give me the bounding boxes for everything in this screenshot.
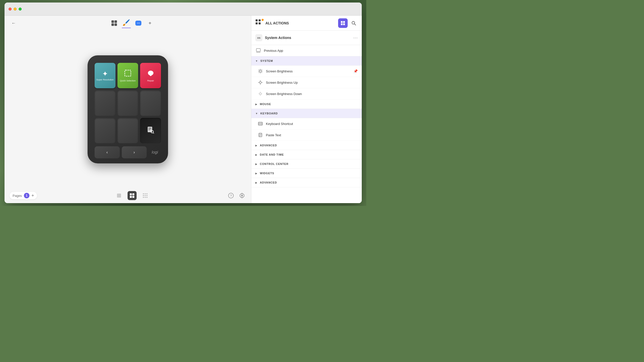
screen-brightness-up-item[interactable]: Screen Brightness Up xyxy=(251,77,362,88)
section-advanced2-header[interactable]: ▶ ADVANCED xyxy=(251,178,362,187)
device-area: ✦ Super Resolution Quick Selection xyxy=(5,31,251,188)
grid-icon-container xyxy=(255,19,263,27)
apps-grid-icon xyxy=(255,19,261,25)
quick-selection-button[interactable]: Quick Selection xyxy=(117,63,138,88)
datetime-chevron-icon: ▶ xyxy=(255,153,257,156)
nav-row: ‹ › logi xyxy=(95,146,161,158)
right-controls: ? xyxy=(227,192,246,200)
next-button[interactable]: › xyxy=(122,146,147,158)
empty-button-5[interactable] xyxy=(117,118,138,143)
button-grid: ✦ Super Resolution Quick Selection xyxy=(95,63,161,143)
right-panel: ALL ACTIONS xyxy=(251,16,362,203)
section-system-header[interactable]: ▼ SYSTEM xyxy=(251,56,362,66)
screen-brightness-up-icon xyxy=(257,79,263,85)
active-indicator xyxy=(122,28,131,28)
widgets-section-title: WIDGETS xyxy=(260,172,274,175)
super-resolution-button[interactable]: ✦ Super Resolution xyxy=(95,63,115,88)
system-actions-more-button[interactable]: ⋯ xyxy=(353,35,358,40)
screen-brightness-down-icon xyxy=(257,91,263,97)
keyboard-shortcut-item[interactable]: Keyboard Shortcut xyxy=(251,118,362,129)
settings-button[interactable] xyxy=(238,192,246,200)
toolbar-grid-icon[interactable] xyxy=(110,19,119,28)
svg-rect-31 xyxy=(259,22,261,24)
mouse-section-title: MOUSE xyxy=(260,103,271,106)
back-button[interactable]: ← xyxy=(10,19,18,27)
logi-logo: logi xyxy=(149,146,161,158)
svg-rect-5 xyxy=(148,127,152,132)
repair-label: Repair xyxy=(147,79,154,82)
keyboard-chevron-icon: ▼ xyxy=(255,112,258,115)
screen-brightness-icon xyxy=(257,68,263,74)
dots-view-button[interactable] xyxy=(141,191,150,200)
single-view-button[interactable] xyxy=(114,191,124,200)
grid-toolbar-icon xyxy=(110,19,119,28)
keyboard-section-title: KEYBOARD xyxy=(260,112,278,115)
empty-button-2[interactable] xyxy=(117,90,138,116)
section-mouse-header[interactable]: ▶ MOUSE xyxy=(251,100,362,109)
paste-text-icon xyxy=(257,132,263,138)
flame-toolbar-icon: 🖌️ xyxy=(122,18,131,27)
blue-toolbar-icon: ··· xyxy=(134,19,143,28)
mouse-chevron-icon: ▶ xyxy=(255,103,257,106)
svg-rect-30 xyxy=(256,22,258,24)
all-actions-button[interactable]: ALL ACTIONS xyxy=(255,19,289,27)
previous-app-item[interactable]: Previous App xyxy=(251,45,362,56)
svg-rect-67 xyxy=(260,133,261,134)
svg-rect-65 xyxy=(261,124,262,124)
title-bar xyxy=(5,3,362,16)
section-control-center-header[interactable]: ▶ CONTROL CENTER xyxy=(251,159,362,169)
section-keyboard-header[interactable]: ▼ KEYBOARD xyxy=(251,109,362,118)
svg-rect-60 xyxy=(259,123,260,123)
quick-selection-label: Quick Selection xyxy=(120,79,136,82)
profile-icon-button[interactable] xyxy=(338,18,348,28)
svg-rect-4 xyxy=(125,70,131,76)
svg-rect-29 xyxy=(259,19,261,21)
screen-brightness-item[interactable]: Screen Brightness 📌 xyxy=(251,66,362,77)
section-widgets-header[interactable]: ▶ WIDGETS xyxy=(251,169,362,178)
section-date-time-header[interactable]: ▶ DATE AND TIME xyxy=(251,150,362,159)
advanced-chevron-icon: ▶ xyxy=(255,144,257,147)
screen-brightness-down-item[interactable]: Screen Brightness Down xyxy=(251,88,362,100)
datetime-section-title: DATE AND TIME xyxy=(260,153,284,156)
page-number[interactable]: 1 xyxy=(24,193,29,198)
close-button[interactable] xyxy=(9,8,12,11)
traffic-lights xyxy=(9,8,22,11)
svg-rect-33 xyxy=(343,21,345,23)
paste-text-item[interactable]: Paste Text xyxy=(251,129,362,141)
doc-search-button[interactable] xyxy=(140,118,161,143)
all-actions-label: ALL ACTIONS xyxy=(265,21,289,25)
add-page-button[interactable]: + xyxy=(31,193,34,198)
pages-control: Pages 1 + xyxy=(10,192,37,199)
svg-rect-35 xyxy=(343,23,345,25)
control-center-chevron-icon: ▶ xyxy=(255,163,257,165)
svg-line-48 xyxy=(259,72,259,73)
svg-point-17 xyxy=(145,193,146,194)
super-resolution-icon: ✦ xyxy=(102,70,108,77)
content-area: ← xyxy=(5,16,362,203)
search-button[interactable] xyxy=(350,19,358,27)
empty-button-4[interactable] xyxy=(95,118,115,143)
prev-button[interactable]: ‹ xyxy=(95,146,120,158)
svg-point-49 xyxy=(259,81,261,83)
notification-dot xyxy=(261,19,264,21)
minimize-button[interactable] xyxy=(14,8,17,11)
toolbar-flame-icon[interactable]: 🖌️ xyxy=(122,18,131,28)
add-profile-button[interactable]: + xyxy=(146,19,154,27)
system-section-title: SYSTEM xyxy=(260,59,273,62)
svg-rect-14 xyxy=(130,196,132,198)
repair-button[interactable]: Repair xyxy=(140,63,161,88)
svg-point-19 xyxy=(143,195,144,196)
toolbar-left: ← xyxy=(10,19,18,27)
empty-button-1[interactable] xyxy=(95,90,115,116)
super-resolution-label: Super Resolution xyxy=(96,78,114,81)
toolbar-blue-icon[interactable]: ··· xyxy=(134,19,143,28)
advanced2-chevron-icon: ▶ xyxy=(255,181,257,184)
maximize-button[interactable] xyxy=(19,8,22,11)
grid-view-button[interactable] xyxy=(128,191,137,200)
screen-brightness-label: Screen Brightness xyxy=(266,69,353,73)
empty-button-3[interactable] xyxy=(140,90,161,116)
section-advanced-header[interactable]: ▶ ADVANCED xyxy=(251,141,362,150)
system-chevron-icon: ▼ xyxy=(255,60,258,62)
help-button[interactable]: ? xyxy=(227,192,235,200)
svg-rect-38 xyxy=(256,49,260,52)
